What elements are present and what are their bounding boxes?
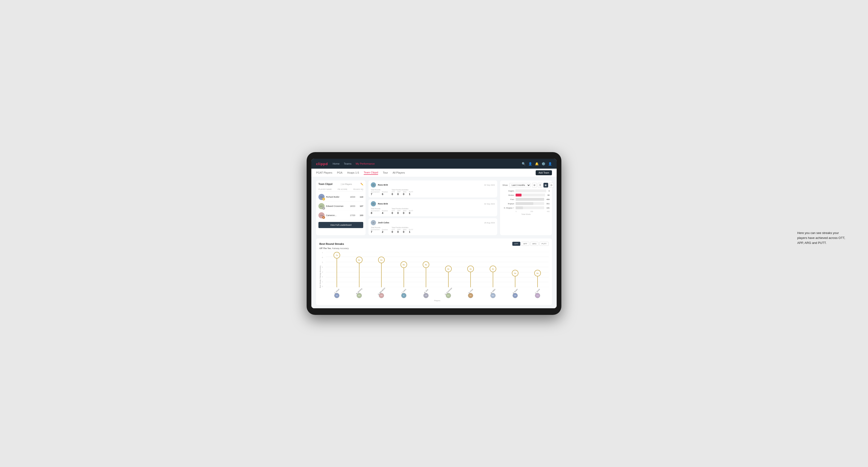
total-rounds-group: Total Rounds Tournament 7 Practice 6 [371,189,388,195]
list-view-button[interactable]: ☰ [538,183,542,187]
streaks-header: Best Round Streaks OTT APP ARG PUTT [319,242,549,246]
arg-label: ARG [403,210,406,212]
view-leaderboard-button[interactable]: View Full Leaderboard [318,222,363,228]
leaderboard-header: Team Clippd | 14 Players ✏️ [318,183,363,185]
tab-tour[interactable]: Tour [383,171,388,175]
nav-home[interactable]: Home [333,162,339,165]
rank-badge: 3 [322,216,325,219]
putt-value: 1 [409,230,413,233]
streaks-title: Best Round Streaks [319,243,344,245]
bell-icon[interactable]: 🔔 [535,162,539,165]
player-count: | 14 Players [341,183,352,185]
chart-view-button[interactable]: ▦ [544,183,548,187]
practice-activities-label: Total Practice Activities [392,189,413,191]
bar-fill [516,206,523,209]
streak-bubble: 6x [378,257,385,263]
player-mini-name: Rees Britt [378,184,483,186]
chart-x-axis: 0 200 400 [502,211,550,212]
col-pb-avg: PB AVG SQ [353,188,363,190]
activity-stats: Total Rounds Tournament 7 Practice 2 [371,227,495,233]
user-icon[interactable]: 👤 [528,162,532,165]
practice-label: Practice [382,191,388,193]
y-tick: 2 [322,276,325,278]
tab-pga[interactable]: PGA [337,171,342,175]
practice-value: 4 [382,212,388,214]
arg-label: ARG [403,191,406,193]
ott-value: 0 [392,230,395,233]
y-tick: 3 [322,271,325,273]
tab-team-clippd[interactable]: Team Clippd [364,171,378,175]
settings-icon[interactable]: ⚙️ [541,162,545,165]
filter-app-button[interactable]: APP [521,242,529,246]
tab-all-players[interactable]: All Players [393,171,405,175]
bar-chart: Eagles 3 Birdies 96 [502,189,550,209]
team-name: Team Clippd [318,183,332,185]
avatar-icon[interactable]: 👤 [548,162,552,165]
putt-value: 1 [409,193,413,195]
nav-links: Home Teams My Performance [333,162,517,165]
filter-view-button[interactable]: ⊟ [549,183,554,187]
streak-line [448,270,448,287]
bar-label: Eagles [502,190,514,192]
top-section: Team Clippd | 14 Players ✏️ PLAYER NAME … [316,181,552,235]
putt-label: PUTT [409,210,413,212]
player-mini-avatar: JC [371,220,376,225]
player-col: 4x D. Ford DF [460,252,482,299]
nav-bar: clippd Home Teams My Performance 🔍 👤 🔔 ⚙… [311,159,557,168]
grid-view-button[interactable]: ⊞ [532,183,537,187]
player-score: 19/20 [347,196,355,198]
tab-hcaps[interactable]: Hcaps 1-5 [347,171,359,175]
tab-pgat-players[interactable]: PGAT Players [316,171,332,175]
table-row: CM 3 Cameron... 17/20 103 [318,211,363,220]
bar-track [516,189,546,192]
filter-arg-button[interactable]: ARG [530,242,538,246]
bar-track [516,194,545,196]
nav-teams[interactable]: Teams [344,162,351,165]
streak-bubble: 5x [423,261,429,268]
player-col: 7x E. Elvert EE [326,252,348,299]
show-select[interactable]: Last 3 months [509,183,531,187]
streak-line [493,270,493,287]
putt-value: 0 [409,212,413,214]
bar-value: 499 [547,198,550,200]
main-content: Team Clippd | 14 Players ✏️ PLAYER NAME … [311,177,557,308]
total-rounds-group: Total Rounds Tournament 7 Practice 2 [371,227,388,233]
nav-my-performance[interactable]: My Performance [356,162,375,165]
sub-nav: PGAT Players PGA Hcaps 1-5 Team Clippd T… [311,168,557,177]
player-avatar-sm: MM [490,293,496,298]
filter-ott-button[interactable]: OTT [512,242,520,246]
streak-line [381,261,382,287]
bar-fill-highlight [516,194,522,196]
tournament-label: Tournament [371,210,379,212]
bar-fill [516,198,544,201]
player-mini-avatar: RB [371,201,376,206]
player-name: Edward Crossman [326,205,345,207]
y-tick: 4 [322,266,325,268]
y-tick: 5 [322,261,325,263]
x-label-200: 200 [530,211,533,212]
streak-bubble: 3x [534,270,541,276]
bar-label: Bogeys [502,203,514,205]
player-name: Richard Butler [326,196,345,198]
practice-activities-group: Total Practice Activities OTT 0 APP 0 [392,227,413,233]
bar-track [516,206,544,209]
practice-label: Practice [382,210,388,212]
subtitle-main: Off The Tee [319,247,331,250]
activity-card: JC Josh Coles 26 Aug 2023 Total Rounds T… [368,218,497,235]
player-col: 4x E. Crossman EC [437,252,460,299]
view-icons: ⊞ ☰ ▦ ⊟ [532,183,554,187]
edit-icon[interactable]: ✏️ [361,183,363,185]
player-score: 17/20 [347,214,355,217]
card-header: JC Josh Coles 26 Aug 2023 [371,220,495,225]
streak-line [404,266,404,287]
rank-badge: 2 [322,207,325,210]
y-tick: 6 [322,257,325,258]
streaks-panel: Best Round Streaks OTT APP ARG PUTT Off … [316,239,552,305]
filter-putt-button[interactable]: PUTT [539,242,549,246]
search-icon[interactable]: 🔍 [522,162,526,165]
add-team-button[interactable]: Add Team [536,170,552,175]
streak-bubble: 7x [334,252,340,258]
player-avatar-sm: JC [401,293,406,298]
nav-icons: 🔍 👤 🔔 ⚙️ 👤 [522,162,552,165]
y-tick: 1 [322,281,325,283]
